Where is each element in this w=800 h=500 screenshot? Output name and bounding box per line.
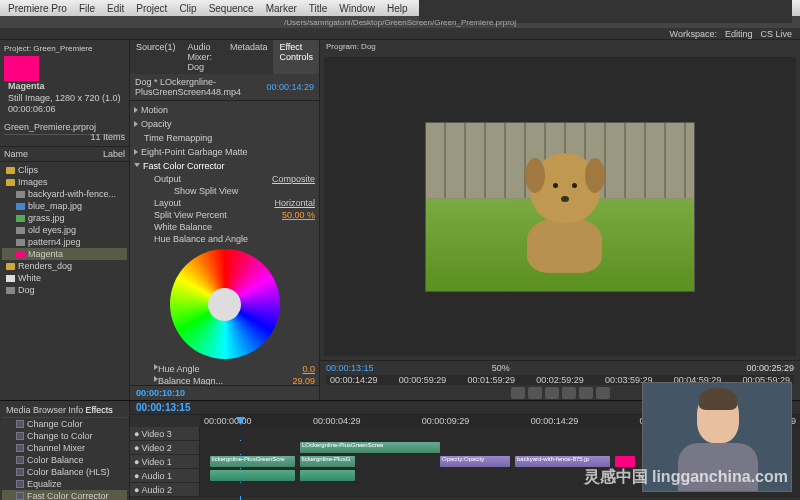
col-name[interactable]: Name	[4, 149, 28, 159]
disclosure-icon[interactable]	[134, 163, 140, 170]
bin-item[interactable]: pattern4.jpeg	[2, 236, 127, 248]
disclosure-icon[interactable]	[134, 121, 138, 127]
tab-source[interactable]: Source(1)	[130, 40, 182, 74]
bin-item[interactable]: Dog	[2, 284, 127, 296]
effect-item[interactable]: Color Balance	[2, 454, 127, 466]
track-header[interactable]: ● Video 3	[130, 427, 200, 440]
cs-live[interactable]: CS Live	[760, 29, 792, 39]
track-name: Video 3	[141, 429, 171, 439]
disclosure-icon[interactable]	[134, 149, 138, 155]
menu-window[interactable]: Window	[339, 3, 375, 14]
track-toggle[interactable]: ●	[134, 485, 139, 495]
param-label: Hue Angle	[158, 364, 200, 374]
tab-mediabrowser[interactable]: Media Browser	[6, 405, 66, 415]
clip-icon	[16, 251, 25, 258]
menu-marker[interactable]: Marker	[266, 3, 297, 14]
timeline-clip[interactable]: LOckergnline-PlusGreenScree	[300, 442, 440, 453]
timeline-clip[interactable]: backyard-with-fence-875.jp	[515, 456, 610, 467]
bin-item[interactable]: grass.jpg	[2, 212, 127, 224]
timeline-tc[interactable]: 00:00:13:15	[136, 402, 190, 413]
menu-title[interactable]: Title	[309, 3, 328, 14]
layout-value[interactable]: Horizontal	[274, 198, 315, 208]
play-button[interactable]	[545, 387, 559, 399]
track-toggle[interactable]: ●	[134, 443, 139, 453]
timeline-clip[interactable]: lickergnline-PlusG	[300, 456, 355, 467]
timeline-clip[interactable]	[210, 470, 295, 481]
project-bins: ClipsImagesbackyard-with-fence...blue_ma…	[0, 162, 129, 400]
track-toggle[interactable]: ●	[134, 457, 139, 467]
bin-item[interactable]: Clips	[2, 164, 127, 176]
macos-menubar: Premiere Pro File Edit Project Clip Sequ…	[0, 0, 800, 16]
menu-sequence[interactable]: Sequence	[209, 3, 254, 14]
menu-clip[interactable]: Clip	[179, 3, 196, 14]
track-toggle[interactable]: ●	[134, 429, 139, 439]
bin-item[interactable]: old eyes.jpg	[2, 224, 127, 236]
presenter-webcam	[642, 382, 792, 492]
tab-audiomixer[interactable]: Audio Mixer: Dog	[182, 40, 224, 74]
effect-item[interactable]: Change Color	[2, 418, 127, 430]
col-label[interactable]: Label	[103, 149, 125, 159]
bin-item[interactable]: Renders_dog	[2, 260, 127, 272]
fx-opacity[interactable]: Opacity	[141, 119, 172, 129]
effect-icon	[16, 468, 24, 476]
goto-in-button[interactable]	[511, 387, 525, 399]
effect-item[interactable]: Fast Color Corrector	[2, 490, 127, 500]
track-header[interactable]: ● Video 2	[130, 441, 200, 454]
track-header[interactable]: ● Audio 2	[130, 483, 200, 496]
timeline-clip[interactable]	[615, 456, 635, 467]
tab-metadata[interactable]: Metadata	[224, 40, 274, 74]
effect-label: Color Balance	[27, 455, 84, 465]
clip-icon	[16, 191, 25, 198]
effect-icon	[16, 492, 24, 500]
bin-item-label: Clips	[18, 165, 38, 175]
splitpercent-value[interactable]: 50.00 %	[282, 210, 315, 220]
step-back-button[interactable]	[528, 387, 542, 399]
clip-thumbnail[interactable]	[4, 56, 39, 81]
program-duration-tc: 00:00:25:29	[746, 363, 794, 373]
track-toggle[interactable]: ●	[134, 471, 139, 481]
splitview-label[interactable]: Show Split View	[174, 186, 238, 196]
timeline-clip[interactable]	[300, 470, 355, 481]
bin-item-label: blue_map.jpg	[28, 201, 82, 211]
menu-file[interactable]: File	[79, 3, 95, 14]
output-value[interactable]: Composite	[272, 174, 315, 184]
bin-item[interactable]: White	[2, 272, 127, 284]
tab-effects[interactable]: Effects	[86, 405, 113, 415]
fx-garbage[interactable]: Eight-Point Garbage Matte	[141, 147, 248, 157]
fx-motion[interactable]: Motion	[141, 105, 168, 115]
effect-item[interactable]: Color Balance (HLS)	[2, 466, 127, 478]
tab-info[interactable]: Info	[68, 405, 83, 415]
timeline-clip[interactable]: lickergnline-PlusGreenScre	[210, 456, 295, 467]
timeline-clip[interactable]: Opacity:Opacity	[440, 456, 510, 467]
param-value[interactable]: 29.09	[292, 376, 315, 385]
bin-item[interactable]: blue_map.jpg	[2, 200, 127, 212]
program-zoom[interactable]: 50%	[492, 363, 510, 373]
program-current-tc[interactable]: 00:00:13:15	[326, 363, 374, 373]
layout-label: Layout	[154, 198, 181, 208]
fx-timeremap[interactable]: Time Remapping	[144, 133, 212, 143]
bin-item[interactable]: Magenta	[2, 248, 127, 260]
bin-item[interactable]: backyard-with-fence...	[2, 188, 127, 200]
track-header[interactable]: ● Video 1	[130, 455, 200, 468]
fx-fastcolor[interactable]: Fast Color Corrector	[143, 161, 225, 171]
goto-out-button[interactable]	[579, 387, 593, 399]
bin-item[interactable]: Images	[2, 176, 127, 188]
track-header[interactable]: ● Audio 1	[130, 469, 200, 482]
workspace-value[interactable]: Editing	[725, 29, 753, 39]
menu-project[interactable]: Project	[136, 3, 167, 14]
menu-edit[interactable]: Edit	[107, 3, 124, 14]
output-label: Output	[154, 174, 181, 184]
param-value[interactable]: 0.0	[302, 364, 315, 374]
color-wheel[interactable]	[170, 249, 280, 359]
clip-icon	[16, 215, 25, 222]
effect-icon	[16, 456, 24, 464]
effect-item[interactable]: Channel Mixer	[2, 442, 127, 454]
menu-help[interactable]: Help	[387, 3, 408, 14]
tab-effectcontrols[interactable]: Effect Controls	[273, 40, 319, 74]
step-fwd-button[interactable]	[562, 387, 576, 399]
loop-button[interactable]	[596, 387, 610, 399]
effect-item[interactable]: Equalize	[2, 478, 127, 490]
effect-label: Fast Color Corrector	[27, 491, 109, 500]
effect-item[interactable]: Change to Color	[2, 430, 127, 442]
disclosure-icon[interactable]	[134, 107, 138, 113]
